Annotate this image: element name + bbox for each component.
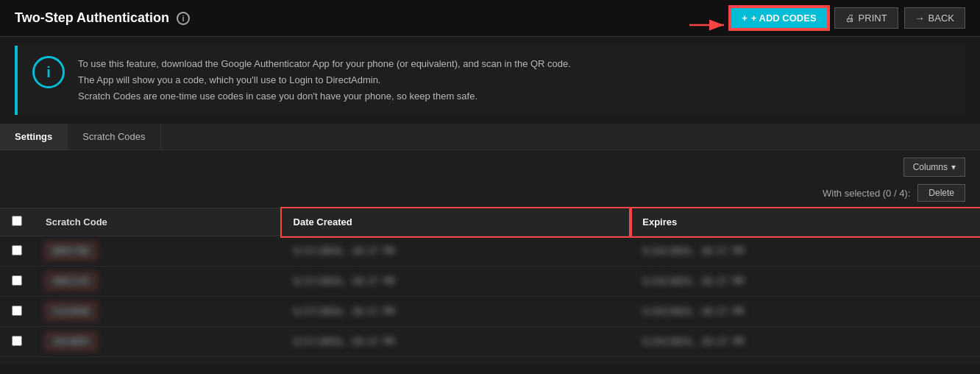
select-all-checkbox[interactable] bbox=[12, 216, 22, 226]
tab-settings[interactable]: Settings bbox=[0, 124, 68, 149]
table-header-row: Scratch Code Date Created Expires bbox=[0, 208, 980, 236]
tabs-bar: Settings Scratch Codes bbox=[0, 124, 980, 150]
table-actions-row: With selected (0 / 4): Delete bbox=[0, 181, 980, 208]
header-scratch-code: Scratch Code bbox=[34, 208, 282, 236]
table-row: 5243848 5/17/2024, 10:17 PM 5/24/2024, 1… bbox=[0, 297, 980, 327]
table-area: Columns ▾ With selected (0 / 4): Delete … bbox=[0, 150, 980, 364]
columns-label: Columns bbox=[913, 162, 948, 172]
table-row: 1014865 5/17/2024, 10:17 PM 5/24/2024, 1… bbox=[0, 327, 980, 357]
row-expires-3: 5/24/2024, 10:17 PM bbox=[631, 327, 980, 357]
with-selected-label: With selected (0 / 4): bbox=[823, 188, 910, 199]
table-row: 8865786 5/17/2024, 10:17 PM 5/24/2024, 1… bbox=[0, 236, 980, 267]
add-codes-button[interactable]: + + ADD CODES bbox=[730, 7, 828, 29]
row-checkbox-1[interactable] bbox=[12, 275, 22, 286]
back-icon: → bbox=[915, 13, 925, 24]
row-checkbox-2[interactable] bbox=[12, 306, 22, 316]
info-circle-icon: i bbox=[32, 56, 65, 88]
print-label: PRINT bbox=[859, 13, 887, 24]
columns-button[interactable]: Columns ▾ bbox=[903, 158, 965, 177]
add-codes-label: + ADD CODES bbox=[751, 13, 817, 24]
add-codes-icon: + bbox=[742, 13, 748, 24]
header-actions: + + ADD CODES 🖨 PRINT → BACK bbox=[730, 7, 965, 29]
row-expires-1: 5/24/2024, 10:17 PM bbox=[631, 267, 980, 297]
row-date-1: 5/17/2024, 10:17 PM bbox=[282, 267, 631, 297]
info-line-1: To use this feature, download the Google… bbox=[78, 56, 571, 72]
row-expires-2: 5/24/2024, 10:17 PM bbox=[631, 297, 980, 327]
row-date-0: 5/17/2024, 10:17 PM bbox=[282, 236, 631, 267]
page-title-area: Two-Step Authentication i bbox=[15, 10, 190, 26]
row-date-2: 5/17/2024, 10:17 PM bbox=[282, 297, 631, 327]
header: Two-Step Authentication i + + ADD CODES … bbox=[0, 0, 980, 37]
print-button[interactable]: 🖨 PRINT bbox=[834, 7, 898, 29]
info-line-2: The App will show you a code, which you'… bbox=[78, 72, 571, 88]
help-icon[interactable]: i bbox=[177, 12, 190, 25]
row-checkbox-cell bbox=[0, 267, 34, 297]
info-line-3: Scratch Codes are one-time use codes in … bbox=[78, 88, 571, 105]
table-toolbar: Columns ▾ bbox=[0, 150, 980, 181]
header-expires: Expires bbox=[631, 208, 980, 236]
row-code-1: 4861145 bbox=[34, 267, 282, 297]
info-text: To use this feature, download the Google… bbox=[78, 56, 571, 105]
table-row: 4861145 5/17/2024, 10:17 PM 5/24/2024, 1… bbox=[0, 267, 980, 297]
info-box: i To use this feature, download the Goog… bbox=[15, 46, 965, 115]
row-code-3: 1014865 bbox=[34, 327, 282, 357]
chevron-down-icon: ▾ bbox=[951, 162, 956, 172]
back-button[interactable]: → BACK bbox=[904, 7, 965, 29]
print-icon: 🖨 bbox=[845, 13, 855, 24]
row-checkbox-cell bbox=[0, 297, 34, 327]
back-label: BACK bbox=[928, 13, 954, 24]
row-expires-0: 5/24/2024, 10:17 PM bbox=[631, 236, 980, 267]
row-code-0: 8865786 bbox=[34, 236, 282, 267]
arrow-annotation bbox=[686, 14, 730, 36]
row-checkbox-0[interactable] bbox=[12, 245, 22, 255]
header-checkbox-cell bbox=[0, 208, 34, 236]
header-date-created: Date Created bbox=[282, 208, 631, 236]
row-code-2: 5243848 bbox=[34, 297, 282, 327]
row-checkbox-cell bbox=[0, 236, 34, 267]
scratch-codes-table: Scratch Code Date Created Expires 886578… bbox=[0, 208, 980, 357]
row-checkbox-cell bbox=[0, 327, 34, 357]
delete-button[interactable]: Delete bbox=[917, 184, 965, 202]
tab-scratch-codes[interactable]: Scratch Codes bbox=[68, 124, 160, 149]
row-date-3: 5/17/2024, 10:17 PM bbox=[282, 327, 631, 357]
page-title: Two-Step Authentication bbox=[15, 10, 169, 26]
row-checkbox-3[interactable] bbox=[12, 336, 22, 346]
